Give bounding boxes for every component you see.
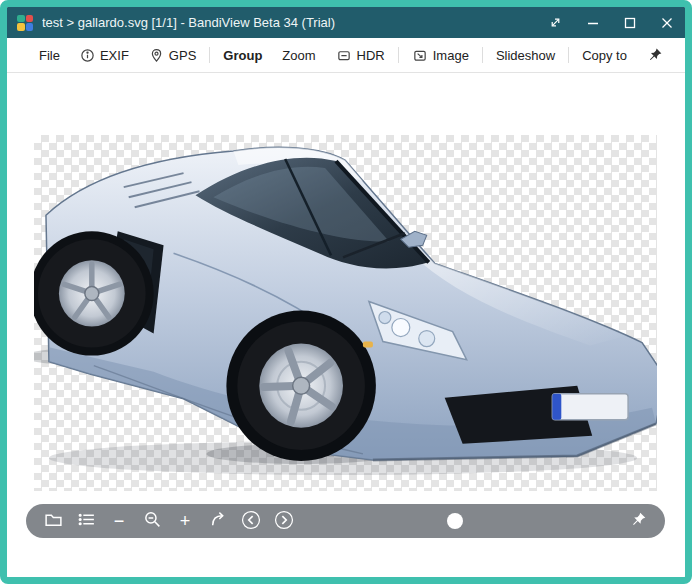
toolbar-separator	[398, 47, 399, 63]
zoom-out-button[interactable]: −	[104, 506, 134, 536]
previous-image-button[interactable]	[236, 506, 266, 536]
toolbar-pin-button[interactable]	[637, 41, 673, 69]
minimize-icon	[586, 16, 600, 30]
minus-icon: −	[114, 512, 125, 530]
window-controls	[537, 7, 685, 38]
pin-icon	[647, 47, 663, 63]
rotate-button[interactable]	[203, 506, 233, 536]
window-title: test > gallardo.svg [1/1] - BandiView Be…	[42, 15, 335, 30]
menu-group[interactable]: Group	[213, 42, 272, 69]
menu-file[interactable]: File	[29, 42, 70, 69]
list-icon	[77, 510, 96, 532]
menu-copy-to-label: Copy to	[582, 48, 627, 63]
menu-zoom[interactable]: Zoom	[272, 42, 325, 69]
viewer-content: − +	[7, 73, 685, 577]
image-canvas[interactable]	[34, 135, 657, 491]
bottom-toolbar: − +	[26, 504, 665, 538]
menu-slideshow[interactable]: Slideshow	[486, 42, 565, 69]
maximize-icon	[623, 16, 637, 30]
close-button[interactable]	[648, 7, 685, 38]
menu-gps-label: GPS	[169, 48, 196, 63]
menu-hdr[interactable]: HDR	[326, 42, 395, 69]
menu-exif[interactable]: EXIF	[70, 42, 139, 69]
pin-icon	[630, 511, 647, 531]
menu-exif-label: EXIF	[100, 48, 129, 63]
main-toolbar: File EXIF GPS Group Zoom	[7, 38, 685, 73]
front-wheel	[237, 322, 365, 450]
plus-icon: +	[180, 512, 191, 530]
titlebar[interactable]: test > gallardo.svg [1/1] - BandiView Be…	[7, 7, 685, 38]
folder-icon	[44, 510, 63, 532]
zoom-slider-knob[interactable]	[447, 513, 463, 529]
zoom-in-button[interactable]: +	[170, 506, 200, 536]
toolbar-separator	[568, 47, 569, 63]
menu-gps[interactable]: GPS	[139, 42, 206, 69]
image-icon	[412, 48, 428, 63]
menu-copy-to[interactable]: Copy to	[572, 42, 637, 69]
rear-wheel	[38, 239, 146, 347]
fullscreen-button[interactable]	[537, 7, 574, 38]
menu-image[interactable]: Image	[402, 42, 479, 69]
menu-image-label: Image	[433, 48, 469, 63]
chevron-right-icon	[274, 510, 294, 533]
menu-slideshow-label: Slideshow	[496, 48, 555, 63]
minimize-button[interactable]	[574, 7, 611, 38]
magnifier-minus-icon	[143, 510, 162, 532]
toolbar-separator	[482, 47, 483, 63]
bandiview-window: test > gallardo.svg [1/1] - BandiView Be…	[0, 0, 692, 584]
fullscreen-icon	[548, 15, 563, 30]
info-icon	[80, 48, 95, 63]
zoom-lens-button[interactable]	[137, 506, 167, 536]
menu-hdr-label: HDR	[357, 48, 385, 63]
rotate-icon	[209, 510, 228, 532]
next-image-button[interactable]	[269, 506, 299, 536]
chevron-left-icon	[241, 510, 261, 533]
hdr-box-icon	[336, 48, 352, 63]
menu-file-label: File	[39, 48, 60, 63]
car-image	[34, 135, 657, 491]
menu-zoom-label: Zoom	[282, 48, 315, 63]
menu-group-label: Group	[223, 48, 262, 63]
toolbar-separator	[209, 47, 210, 63]
bandiview-logo-icon	[17, 15, 33, 31]
open-folder-button[interactable]	[38, 506, 68, 536]
file-list-button[interactable]	[71, 506, 101, 536]
image-position-slider[interactable]	[312, 506, 610, 536]
maximize-button[interactable]	[611, 7, 648, 38]
bottombar-pin-button[interactable]	[623, 506, 653, 536]
gps-pin-icon	[149, 48, 164, 63]
close-icon	[660, 16, 674, 30]
